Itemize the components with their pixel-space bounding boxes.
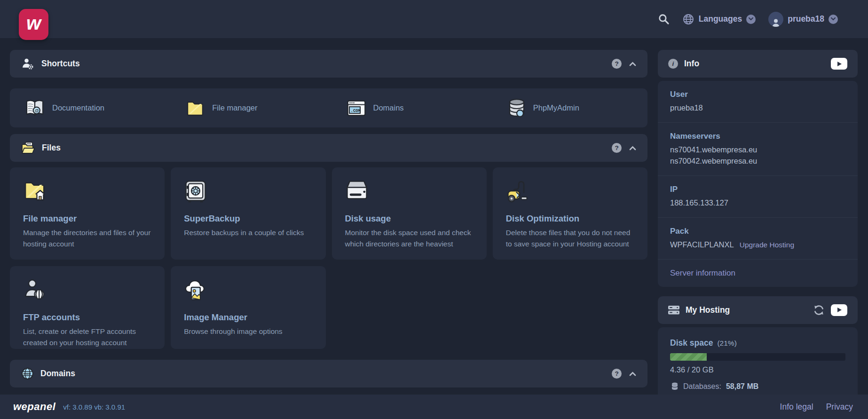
card-title: File manager [23, 213, 151, 224]
shortcut-label: File manager [212, 103, 257, 112]
card-disk-usage[interactable]: Disk usage Monitor the disk space used a… [332, 167, 487, 260]
upgrade-hosting-link[interactable]: Upgrade Hosting [740, 241, 794, 249]
shortcuts-title: Shortcuts [41, 59, 80, 69]
stat-databases: Databases: 58,87 MB [671, 382, 845, 391]
video-play-button[interactable] [831, 58, 847, 70]
sidebar: i Info User prueba18 Nameservers ns70041… [658, 50, 858, 419]
my-hosting-panel-header: My Hosting [658, 296, 858, 324]
disk-space-progressbar [670, 353, 845, 361]
card-superbackup[interactable]: SuperBackup Restore backups in a couple … [171, 167, 325, 260]
svg-text:@: @ [35, 108, 39, 113]
help-icon[interactable]: ? [612, 59, 622, 69]
chevron-down-icon [746, 15, 756, 24]
card-description: Browse through image options [184, 326, 312, 337]
database-search-icon [508, 98, 526, 118]
card-title: FTP accounts [23, 312, 151, 323]
database-icon [671, 382, 679, 390]
card-description: Restore backups in a couple of clicks [184, 227, 312, 238]
shortcuts-row: @ Documentation File manager .COM Domain… [10, 88, 647, 127]
avatar [768, 12, 783, 27]
files-title: Files [42, 143, 61, 153]
hard-drive-icon [345, 180, 473, 206]
collapse-chevron-up-icon[interactable] [629, 146, 636, 150]
privacy-link[interactable]: Privacy [826, 402, 853, 412]
wepanel-logo[interactable]: w [19, 9, 48, 40]
documentation-book-icon: @ [25, 99, 45, 117]
disk-space-percent: (21%) [717, 339, 736, 348]
info-row-nameservers: Nameservers ns70041.webempresa.eu ns7004… [658, 123, 858, 176]
card-title: Image Manager [184, 312, 312, 323]
search-icon[interactable] [658, 13, 670, 25]
www-globe-icon: www [21, 367, 34, 380]
disk-usage-text: 4.36 / 20 GB [670, 365, 845, 374]
video-play-button[interactable] [831, 304, 847, 316]
shortcut-label: PhpMyAdmin [533, 103, 579, 112]
shortcut-file-manager[interactable]: File manager [171, 100, 325, 117]
server-information-link[interactable]: Server information [658, 260, 858, 287]
info-panel: User prueba18 Nameservers ns70041.webemp… [658, 81, 858, 287]
shortcut-domains[interactable]: .COM Domains [332, 100, 487, 116]
disk-space-label: Disk space [670, 338, 713, 348]
globe-icon [682, 13, 694, 25]
folder-icon [186, 100, 205, 117]
disk-space-progress-fill [670, 353, 707, 361]
info-row-user: User prueba18 [658, 81, 858, 123]
topbar: w Languages prueba18 [0, 0, 868, 38]
card-ftp-accounts[interactable]: FTP accounts List, create or delete FTP … [10, 266, 165, 349]
svg-text:.COM: .COM [350, 108, 361, 113]
wepanel-footer-brand[interactable]: wepanel [13, 401, 55, 413]
shortcuts-section-header: Shortcuts ? [10, 50, 647, 78]
image-cloud-icon [184, 278, 312, 305]
shortcut-phpmyadmin[interactable]: PhpMyAdmin [493, 98, 647, 118]
shortcut-documentation[interactable]: @ Documentation [10, 99, 165, 117]
open-folder-icon [21, 142, 35, 154]
main-column: Shortcuts ? @ Documentation [10, 50, 647, 419]
card-file-manager[interactable]: File manager Manage the directories and … [10, 167, 165, 260]
card-title: Disk Optimization [506, 213, 634, 224]
card-disk-optimization[interactable]: Disk Optimization Delete those files tha… [493, 167, 647, 260]
languages-label: Languages [699, 14, 742, 24]
safe-vault-icon [184, 180, 312, 206]
info-title: Info [684, 59, 699, 69]
info-legal-link[interactable]: Info legal [780, 402, 813, 412]
topbar-actions: Languages prueba18 [658, 12, 838, 27]
collapse-chevron-up-icon[interactable] [629, 62, 636, 66]
card-description: Monitor the disk space used and check wh… [345, 227, 473, 250]
server-icon [668, 306, 679, 315]
card-description: Delete those files that you do not need … [506, 227, 634, 250]
files-cards: File manager Manage the directories and … [10, 167, 647, 349]
vacuum-cleaner-icon [506, 180, 634, 206]
help-icon[interactable]: ? [612, 143, 622, 153]
logo-letter: w [26, 14, 41, 32]
shortcut-label: Domains [373, 103, 404, 112]
language-selector[interactable]: Languages [682, 13, 756, 25]
info-icon: i [668, 59, 678, 69]
files-section-header: Files ? [10, 134, 647, 162]
info-panel-header: i Info [658, 50, 858, 78]
svg-text:www: www [23, 372, 32, 375]
card-description: List, create or delete FTP accounts crea… [23, 326, 151, 349]
footer: wepanel vf: 3.0.89 vb: 3.0.91 Info legal… [0, 395, 868, 419]
refresh-icon[interactable] [813, 305, 824, 316]
card-image-manager[interactable]: Image Manager Browse through image optio… [171, 266, 325, 349]
version-text: vf: 3.0.89 vb: 3.0.91 [63, 403, 125, 411]
info-row-pack: Pack WPFACILPLANXL Upgrade Hosting [658, 218, 858, 260]
card-description: Manage the directories and files of your… [23, 227, 151, 250]
shortcut-label: Documentation [52, 103, 104, 112]
card-title: SuperBackup [184, 213, 312, 224]
domains-title: Domains [40, 369, 75, 379]
help-icon[interactable]: ? [612, 369, 622, 379]
username: prueba18 [788, 14, 824, 24]
user-menu[interactable]: prueba18 [768, 12, 838, 27]
chevron-down-icon [829, 15, 838, 24]
card-title: Disk usage [345, 213, 473, 224]
info-row-ip: IP 188.165.133.127 [658, 176, 858, 218]
dotcom-window-icon: .COM [347, 100, 366, 116]
wepanel-dashboard: w Languages prueba18 [0, 0, 868, 419]
folder-home-icon [23, 180, 151, 206]
content: Shortcuts ? @ Documentation [0, 38, 868, 419]
ftp-user-icon [23, 278, 151, 305]
domains-section-header: www Domains ? [10, 360, 647, 387]
collapse-chevron-up-icon[interactable] [629, 372, 636, 376]
person-gear-icon [21, 57, 35, 71]
